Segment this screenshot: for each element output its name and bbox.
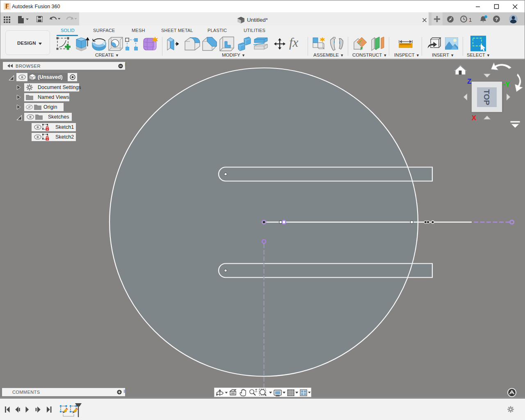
- svg-text:?: ?: [495, 17, 498, 22]
- svg-text:Z: Z: [467, 78, 471, 85]
- svg-text:X: X: [472, 114, 477, 122]
- svg-text:TOP: TOP: [482, 89, 491, 105]
- svg-text:-Y: -Y: [503, 80, 510, 88]
